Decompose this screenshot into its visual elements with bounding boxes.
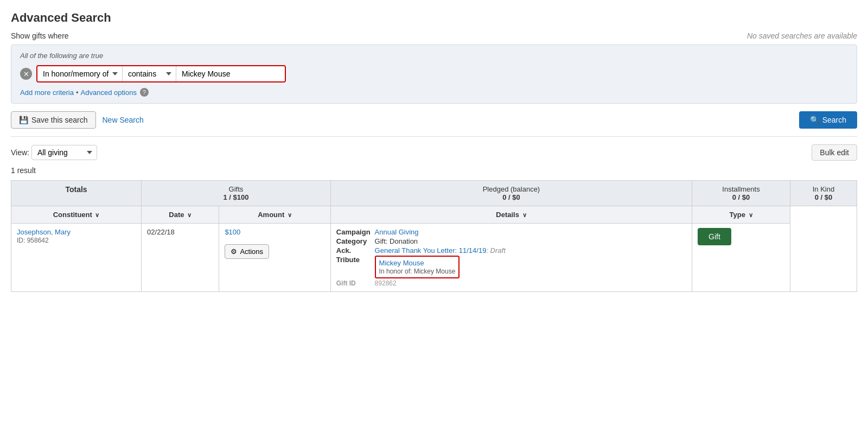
campaign-value: Annual Giving <box>375 228 687 236</box>
table-row: Josephson, Mary ID: 958642 02/22/18 $100… <box>11 224 857 292</box>
save-search-label: Save this search <box>31 116 88 124</box>
save-icon: 💾 <box>19 116 28 124</box>
view-select[interactable]: All giving Gifts only Pledges only In ki… <box>31 145 97 160</box>
show-gifts-row: Show gifts where No saved searches are a… <box>11 31 857 40</box>
criteria-field-select[interactable]: In honor/memory of Campaign Date Amount … <box>37 66 123 81</box>
gifts-value: 1 / $100 <box>147 193 325 201</box>
gift-id-value: 892862 <box>375 279 687 287</box>
remove-criteria-button[interactable]: ✕ <box>20 68 32 80</box>
constituent-col-header[interactable]: Constituent ∨ <box>11 206 142 224</box>
tribute-box: Mickey Mouse In honor of: Mickey Mouse <box>375 256 460 278</box>
ack-label: Ack. <box>336 246 371 255</box>
search-button[interactable]: 🔍 Search <box>799 111 857 129</box>
gear-icon: ⚙ <box>231 247 237 256</box>
category-value: Gift: Donation <box>375 237 687 245</box>
criteria-links: Add more criteria • Advanced options ? <box>20 88 848 97</box>
in-kind-value: 0 / $0 <box>796 193 851 201</box>
details-col-header[interactable]: Details ∨ <box>330 206 692 224</box>
save-search-button[interactable]: 💾 Save this search <box>11 111 96 129</box>
date-sort-icon: ∨ <box>187 212 192 218</box>
all-true-label: All of the following are true <box>20 52 848 60</box>
gifts-total-cell: Gifts 1 / $100 <box>142 181 331 206</box>
view-label: View: <box>11 148 29 157</box>
type-cell: Gift <box>692 224 790 292</box>
in-kind-label: In Kind <box>796 185 851 193</box>
constituent-sort-icon: ∨ <box>95 212 99 218</box>
view-row: View: All giving Gifts only Pledges only… <box>11 144 857 161</box>
constituent-cell: Josephson, Mary ID: 958642 <box>11 224 142 292</box>
view-left: View: All giving Gifts only Pledges only… <box>11 145 97 160</box>
criteria-value-input[interactable] <box>176 66 285 81</box>
details-grid: Campaign Annual Giving Category Gift: Do… <box>336 228 686 287</box>
ack-draft: : Draft <box>486 246 505 255</box>
in-kind-total-cell: In Kind 0 / $0 <box>790 181 857 206</box>
result-count: 1 result <box>11 166 857 175</box>
installments-label: Installments <box>698 185 784 193</box>
tribute-value: Mickey Mouse In honor of: Mickey Mouse <box>375 256 687 278</box>
type-col-header[interactable]: Type ∨ <box>692 206 790 224</box>
column-header-row: Constituent ∨ Date ∨ Amount ∨ Details ∨ … <box>11 206 857 224</box>
amount-cell: $100 ⚙ Actions <box>219 224 330 292</box>
details-col-label: Details <box>496 211 519 219</box>
date-col-label: Date <box>169 211 184 219</box>
details-cell: Campaign Annual Giving Category Gift: Do… <box>330 224 692 292</box>
criteria-box: All of the following are true ✕ In honor… <box>11 45 857 104</box>
criteria-operator-select[interactable]: contains equals starts with ends with <box>123 66 176 81</box>
gifts-label: Gifts <box>147 185 325 193</box>
search-label: Search <box>822 116 846 124</box>
date-cell: 02/22/18 <box>142 224 219 292</box>
amount-col-header[interactable]: Amount ∨ <box>219 206 330 224</box>
pledged-value: 0 / $0 <box>336 193 686 201</box>
actions-row: 💾 Save this search New Search 🔍 Search <box>11 111 857 137</box>
gift-id-label: Gift ID <box>336 279 371 287</box>
date-col-header[interactable]: Date ∨ <box>142 206 219 224</box>
actions-label: Actions <box>240 247 263 256</box>
add-more-criteria-link[interactable]: Add more criteria <box>20 88 74 97</box>
installments-total-cell: Installments 0 / $0 <box>692 181 790 206</box>
amount-sort-icon: ∨ <box>288 212 292 218</box>
search-icon: 🔍 <box>810 116 819 124</box>
pledged-label: Pledged (balance) <box>336 185 686 193</box>
help-icon[interactable]: ? <box>140 88 149 97</box>
tribute-label: Tribute <box>336 256 371 278</box>
results-table: Totals Gifts 1 / $100 Pledged (balance) … <box>11 180 857 292</box>
campaign-link[interactable]: Annual Giving <box>375 228 419 236</box>
ack-link[interactable]: General Thank You Letter: 11/14/19 <box>375 246 487 255</box>
criteria-highlighted-group: In honor/memory of Campaign Date Amount … <box>36 65 286 82</box>
category-label: Category <box>336 237 371 245</box>
installments-value: 0 / $0 <box>698 193 784 201</box>
tribute-name-link[interactable]: Mickey Mouse <box>379 259 424 267</box>
date-value: 02/22/18 <box>147 228 175 236</box>
pledged-total-cell: Pledged (balance) 0 / $0 <box>330 181 692 206</box>
actions-button[interactable]: ⚙ Actions <box>225 244 269 259</box>
constituent-col-label: Constituent <box>53 211 92 219</box>
bulk-edit-button[interactable]: Bulk edit <box>812 144 857 161</box>
tribute-honor: In honor of: Mickey Mouse <box>379 268 456 275</box>
details-sort-icon: ∨ <box>522 212 527 218</box>
amount-link[interactable]: $100 <box>225 228 240 236</box>
totals-cell: Totals <box>11 181 142 206</box>
no-saved-searches: No saved searches are available <box>747 31 857 40</box>
campaign-label: Campaign <box>336 228 371 236</box>
actions-left: 💾 Save this search New Search <box>11 111 144 129</box>
amount-col-label: Amount <box>258 211 284 219</box>
gift-type-button[interactable]: Gift <box>698 228 731 245</box>
constituent-id: ID: 958642 <box>17 237 49 244</box>
new-search-link[interactable]: New Search <box>103 116 144 124</box>
constituent-name-link[interactable]: Josephson, Mary <box>17 228 71 236</box>
advanced-options-link[interactable]: Advanced options <box>81 88 137 97</box>
show-gifts-label: Show gifts where <box>11 31 69 40</box>
type-sort-icon: ∨ <box>749 212 753 218</box>
criteria-row: ✕ In honor/memory of Campaign Date Amoun… <box>20 65 848 82</box>
criteria-separator: • <box>76 88 79 97</box>
totals-header-row: Totals Gifts 1 / $100 Pledged (balance) … <box>11 181 857 206</box>
ack-value: General Thank You Letter: 11/14/19: Draf… <box>375 246 687 255</box>
type-col-label: Type <box>730 211 745 219</box>
page-title: Advanced Search <box>11 11 857 25</box>
